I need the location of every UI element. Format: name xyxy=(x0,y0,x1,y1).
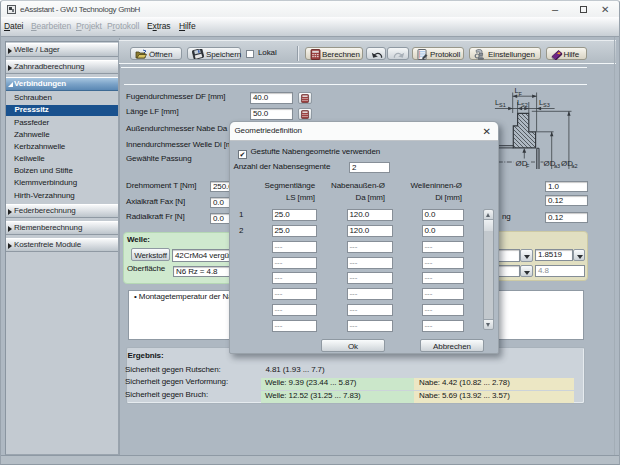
svg-text:a3: a3 xyxy=(554,163,560,169)
svg-text:a2: a2 xyxy=(572,163,578,169)
svg-text:S3: S3 xyxy=(543,102,550,108)
svg-text:F: F xyxy=(519,91,523,97)
svg-text:S1: S1 xyxy=(499,102,506,108)
svg-text:S2: S2 xyxy=(521,102,528,108)
svg-text:F: F xyxy=(526,163,530,169)
